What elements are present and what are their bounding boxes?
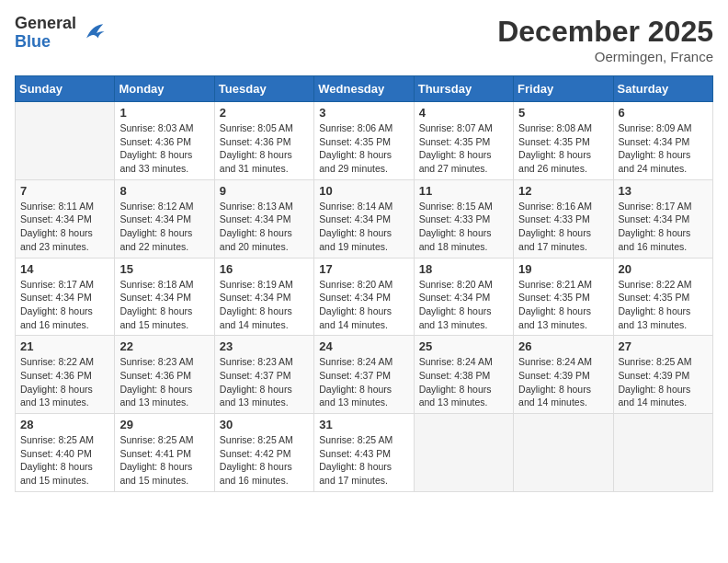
col-header-saturday: Saturday [613, 76, 712, 102]
day-cell: 11Sunrise: 8:15 AMSunset: 4:33 PMDayligh… [414, 179, 513, 258]
day-cell: 2Sunrise: 8:05 AMSunset: 4:36 PMDaylight… [214, 102, 313, 180]
col-header-friday: Friday [514, 76, 613, 102]
day-cell: 20Sunrise: 8:22 AMSunset: 4:35 PMDayligh… [613, 258, 712, 336]
day-cell: 16Sunrise: 8:19 AMSunset: 4:34 PMDayligh… [214, 258, 313, 336]
day-number: 8 [119, 184, 209, 198]
day-cell: 19Sunrise: 8:21 AMSunset: 4:35 PMDayligh… [514, 258, 613, 336]
day-detail: Sunrise: 8:15 AMSunset: 4:33 PMDaylight:… [419, 200, 508, 254]
day-detail: Sunrise: 8:05 AMSunset: 4:36 PMDaylight:… [220, 121, 309, 176]
day-number: 6 [619, 106, 708, 120]
day-number: 20 [619, 262, 708, 276]
day-cell: 21Sunrise: 8:22 AMSunset: 4:36 PMDayligh… [16, 336, 115, 414]
day-detail: Sunrise: 8:23 AMSunset: 4:37 PMDaylight:… [220, 355, 309, 409]
day-number: 26 [518, 339, 608, 353]
day-detail: Sunrise: 8:03 AMSunset: 4:36 PMDaylight:… [119, 121, 209, 176]
day-number: 23 [220, 339, 309, 353]
day-detail: Sunrise: 8:25 AMSunset: 4:39 PMDaylight:… [619, 355, 708, 409]
day-cell [414, 414, 513, 492]
day-cell: 12Sunrise: 8:16 AMSunset: 4:33 PMDayligh… [514, 179, 613, 258]
day-cell: 23Sunrise: 8:23 AMSunset: 4:37 PMDayligh… [214, 336, 313, 414]
day-number: 28 [20, 418, 109, 431]
day-detail: Sunrise: 8:22 AMSunset: 4:36 PMDaylight:… [20, 355, 109, 409]
day-cell: 25Sunrise: 8:24 AMSunset: 4:38 PMDayligh… [414, 336, 513, 414]
day-detail: Sunrise: 8:24 AMSunset: 4:37 PMDaylight:… [319, 355, 408, 409]
logo-blue: Blue [15, 33, 76, 52]
day-detail: Sunrise: 8:07 AMSunset: 4:35 PMDaylight:… [419, 121, 508, 176]
day-detail: Sunrise: 8:09 AMSunset: 4:34 PMDaylight:… [619, 121, 708, 176]
day-cell: 26Sunrise: 8:24 AMSunset: 4:39 PMDayligh… [514, 336, 613, 414]
week-row-5: 28Sunrise: 8:25 AMSunset: 4:40 PMDayligh… [16, 414, 713, 492]
day-number: 31 [319, 418, 408, 431]
day-number: 13 [619, 184, 708, 198]
day-cell: 28Sunrise: 8:25 AMSunset: 4:40 PMDayligh… [16, 414, 115, 492]
day-cell: 17Sunrise: 8:20 AMSunset: 4:34 PMDayligh… [314, 258, 414, 336]
day-number: 17 [319, 262, 408, 276]
day-detail: Sunrise: 8:25 AMSunset: 4:40 PMDaylight:… [20, 433, 109, 488]
day-number: 19 [518, 262, 608, 276]
day-number: 29 [119, 418, 209, 431]
day-number: 1 [119, 106, 209, 120]
day-cell: 1Sunrise: 8:03 AMSunset: 4:36 PMDaylight… [115, 102, 214, 180]
day-cell: 22Sunrise: 8:23 AMSunset: 4:36 PMDayligh… [115, 336, 214, 414]
day-detail: Sunrise: 8:22 AMSunset: 4:35 PMDaylight:… [619, 278, 708, 332]
day-number: 22 [119, 339, 209, 353]
col-header-monday: Monday [115, 76, 214, 102]
day-cell: 14Sunrise: 8:17 AMSunset: 4:34 PMDayligh… [16, 258, 115, 336]
day-cell: 27Sunrise: 8:25 AMSunset: 4:39 PMDayligh… [613, 336, 712, 414]
day-cell [613, 414, 712, 492]
header-row: SundayMondayTuesdayWednesdayThursdayFrid… [16, 76, 713, 102]
day-cell: 8Sunrise: 8:12 AMSunset: 4:34 PMDaylight… [115, 179, 214, 258]
day-detail: Sunrise: 8:25 AMSunset: 4:43 PMDaylight:… [319, 433, 408, 488]
day-cell: 10Sunrise: 8:14 AMSunset: 4:34 PMDayligh… [314, 179, 414, 258]
week-row-3: 14Sunrise: 8:17 AMSunset: 4:34 PMDayligh… [16, 258, 713, 336]
day-detail: Sunrise: 8:17 AMSunset: 4:34 PMDaylight:… [619, 200, 708, 254]
day-number: 9 [220, 184, 309, 198]
day-cell: 3Sunrise: 8:06 AMSunset: 4:35 PMDaylight… [314, 102, 414, 180]
day-number: 14 [20, 262, 109, 276]
day-cell: 31Sunrise: 8:25 AMSunset: 4:43 PMDayligh… [314, 414, 414, 492]
day-cell: 4Sunrise: 8:07 AMSunset: 4:35 PMDaylight… [414, 102, 513, 180]
day-detail: Sunrise: 8:25 AMSunset: 4:41 PMDaylight:… [119, 433, 209, 488]
day-cell: 5Sunrise: 8:08 AMSunset: 4:35 PMDaylight… [514, 102, 613, 180]
day-cell: 30Sunrise: 8:25 AMSunset: 4:42 PMDayligh… [214, 414, 313, 492]
day-cell: 13Sunrise: 8:17 AMSunset: 4:34 PMDayligh… [613, 179, 712, 258]
day-cell: 24Sunrise: 8:24 AMSunset: 4:37 PMDayligh… [314, 336, 414, 414]
day-number: 27 [619, 339, 708, 353]
day-number: 12 [518, 184, 608, 198]
day-cell: 6Sunrise: 8:09 AMSunset: 4:34 PMDaylight… [613, 102, 712, 180]
day-detail: Sunrise: 8:06 AMSunset: 4:35 PMDaylight:… [319, 121, 408, 176]
week-row-1: 1Sunrise: 8:03 AMSunset: 4:36 PMDaylight… [16, 102, 713, 180]
location: Oermingen, France [497, 49, 713, 64]
day-number: 10 [319, 184, 408, 198]
day-cell: 18Sunrise: 8:20 AMSunset: 4:34 PMDayligh… [414, 258, 513, 336]
day-detail: Sunrise: 8:25 AMSunset: 4:42 PMDaylight:… [220, 433, 309, 488]
logo-text: General Blue [15, 15, 76, 52]
day-detail: Sunrise: 8:08 AMSunset: 4:35 PMDaylight:… [518, 121, 608, 176]
day-detail: Sunrise: 8:11 AMSunset: 4:34 PMDaylight:… [20, 200, 109, 254]
week-row-4: 21Sunrise: 8:22 AMSunset: 4:36 PMDayligh… [16, 336, 713, 414]
day-cell: 15Sunrise: 8:18 AMSunset: 4:34 PMDayligh… [115, 258, 214, 336]
day-detail: Sunrise: 8:20 AMSunset: 4:34 PMDaylight:… [419, 278, 508, 332]
day-detail: Sunrise: 8:13 AMSunset: 4:34 PMDaylight:… [220, 200, 309, 254]
day-detail: Sunrise: 8:23 AMSunset: 4:36 PMDaylight:… [119, 355, 209, 409]
day-number: 25 [419, 339, 508, 353]
day-number: 15 [119, 262, 209, 276]
day-detail: Sunrise: 8:18 AMSunset: 4:34 PMDaylight:… [119, 278, 209, 332]
day-number: 5 [518, 106, 608, 120]
col-header-thursday: Thursday [414, 76, 513, 102]
day-number: 4 [419, 106, 508, 120]
day-detail: Sunrise: 8:24 AMSunset: 4:39 PMDaylight:… [518, 355, 608, 409]
day-cell: 7Sunrise: 8:11 AMSunset: 4:34 PMDaylight… [16, 179, 115, 258]
day-number: 2 [220, 106, 309, 120]
day-number: 11 [419, 184, 508, 198]
day-cell [514, 414, 613, 492]
day-number: 7 [20, 184, 109, 198]
calendar-table: SundayMondayTuesdayWednesdayThursdayFrid… [15, 75, 713, 492]
title-block: December 2025 Oermingen, France [497, 15, 713, 64]
col-header-tuesday: Tuesday [214, 76, 313, 102]
logo: General Blue [15, 15, 106, 52]
logo-bird-icon [80, 20, 106, 46]
day-number: 18 [419, 262, 508, 276]
col-header-sunday: Sunday [16, 76, 115, 102]
logo-general: General [15, 15, 76, 33]
